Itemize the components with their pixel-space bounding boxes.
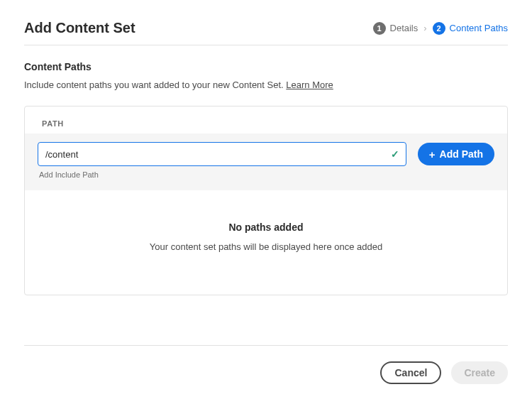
step-number-icon: 1 [373,22,386,35]
page-title: Add Content Set [24,20,135,36]
wizard-footer: Cancel Create [24,345,508,384]
step-label: Content Paths [450,23,508,33]
add-path-label: Add Path [440,148,483,160]
stepper: 1 Details › 2 Content Paths [373,22,508,35]
step-details[interactable]: 1 Details [373,22,419,35]
empty-state: No paths added Your content set paths wi… [25,190,507,295]
section-description: Include content paths you want added to … [24,80,508,90]
chevron-right-icon: › [423,23,426,33]
empty-state-title: No paths added [25,222,507,233]
learn-more-link[interactable]: Learn More [286,80,333,90]
empty-state-description: Your content set paths will be displayed… [25,241,507,252]
section-title: Content Paths [24,61,508,72]
paths-panel: PATH ✓ + Add Path Add Include Path No pa… [24,106,508,295]
step-label: Details [390,23,419,33]
check-icon: ✓ [391,148,399,160]
create-button[interactable]: Create [451,361,508,384]
add-path-button[interactable]: + Add Path [418,143,494,165]
footer-divider [24,345,508,346]
column-header-path: PATH [38,119,494,133]
section-description-text: Include content paths you want added to … [24,80,286,90]
path-input-wrap: ✓ [38,142,406,166]
step-content-paths[interactable]: 2 Content Paths [433,22,508,35]
cancel-button[interactable]: Cancel [380,361,441,384]
step-number-icon: 2 [433,22,445,35]
wizard-header: Add Content Set 1 Details › 2 Content Pa… [24,20,508,45]
input-helper-text: Add Include Path [38,170,494,179]
plus-icon: + [429,149,436,160]
path-input[interactable] [38,142,406,166]
